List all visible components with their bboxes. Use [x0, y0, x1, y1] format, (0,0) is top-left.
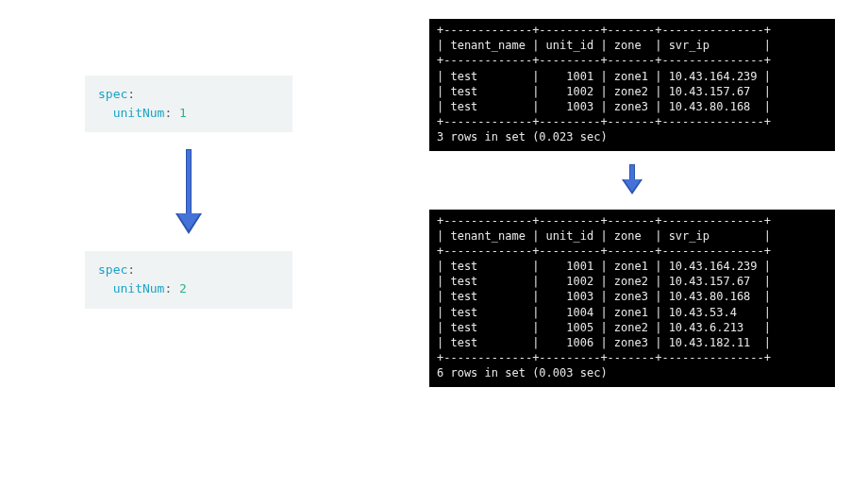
- yaml-key-unitnum: unitNum: [113, 281, 165, 295]
- yaml-column: spec: unitNum: 1 spec: unitNum: 2: [85, 76, 292, 309]
- terminal-after: +-------------+---------+-------+-------…: [429, 210, 835, 387]
- yaml-block-after: spec: unitNum: 2: [85, 251, 292, 308]
- terminal-before: +-------------+---------+-------+-------…: [429, 19, 835, 151]
- arrow-down-icon: [624, 164, 641, 196]
- yaml-value: 2: [179, 281, 187, 295]
- arrow-down-icon: [178, 149, 199, 234]
- yaml-value: 1: [179, 106, 187, 120]
- yaml-key-spec: spec: [98, 87, 127, 101]
- yaml-block-before: spec: unitNum: 1: [85, 76, 292, 132]
- terminal-column: +-------------+---------+-------+-------…: [429, 19, 835, 387]
- yaml-key-unitnum: unitNum: [113, 106, 165, 120]
- yaml-key-spec: spec: [98, 262, 127, 277]
